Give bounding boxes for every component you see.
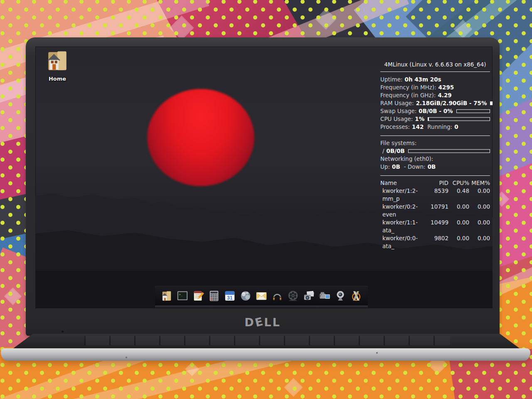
desktop-icon-label: Home: [43, 76, 72, 82]
laptop-front-edge: [1, 348, 530, 361]
keyboard-deck: [12, 334, 521, 350]
dock-text-editor-icon[interactable]: [192, 290, 204, 302]
background-collage: Home 4MLinux (Linux v. 6.6.63 on x86_64)…: [0, 0, 532, 399]
separator: [380, 135, 490, 136]
dock: >_ 31: [155, 286, 368, 305]
svg-text:>_: >_: [179, 293, 183, 296]
separator: [380, 175, 490, 176]
bottom-bezel: DELL: [26, 308, 500, 336]
dock-email-icon[interactable]: [255, 290, 268, 302]
networking-header: Networking (eth0):: [380, 155, 490, 163]
dock-webcam-icon[interactable]: [334, 290, 347, 302]
dock-x11-icon[interactable]: [350, 290, 362, 302]
dock-home-folder-icon[interactable]: [160, 290, 173, 302]
stat-root-fs: / 0B/0B: [380, 147, 490, 155]
dock-audio-player-icon[interactable]: [271, 290, 283, 302]
home-folder-icon: [45, 49, 69, 73]
stat-swap: Swap Usage: 0B/0B - 0%: [380, 107, 490, 115]
system-monitor: 4MLinux (Linux v. 6.6.63 on x86_64) Upti…: [380, 61, 490, 250]
stat-cpu: CPU Usage: 1%: [380, 115, 490, 123]
dock-calculator-icon[interactable]: [208, 290, 220, 302]
stat-processes: Processes: 142 Running: 0: [380, 123, 490, 131]
desktop-icon-home[interactable]: Home: [43, 49, 72, 82]
dock-terminal-icon[interactable]: >_: [176, 290, 189, 302]
stat-frequency-ghz: Frequency (in GHz): 4.29: [380, 91, 490, 99]
dock-camcorder-icon[interactable]: [318, 290, 331, 302]
root-fs-bar: [408, 149, 490, 153]
process-row: kworker/1:1-ata_ 10499 0.00 0.00: [380, 219, 490, 234]
process-table-header: Name PID CPU% MEM%: [380, 179, 490, 187]
system-monitor-title: 4MLinux (Linux v. 6.6.63 on x86_64): [380, 61, 490, 72]
dock-video-player-icon[interactable]: [287, 290, 299, 302]
stat-ram: RAM Usage: 2.18GiB/2.90GiB - 75%: [380, 99, 490, 107]
chassis-dot: [126, 357, 127, 358]
process-row: kworker/0:0-ata_ 9802 0.00 0.00: [380, 234, 490, 250]
laptop: Home 4MLinux (Linux v. 6.6.63 on x86_64)…: [0, 0, 532, 399]
process-row: kworker/0:2-even 10791 0.00 0.00: [380, 203, 490, 219]
svg-text:31: 31: [227, 295, 233, 301]
webcam-indicator-dot: [62, 330, 64, 332]
keyboard-keys: [84, 336, 450, 345]
dock-calendar-icon[interactable]: 31: [224, 290, 236, 302]
dock-camera-icon[interactable]: [303, 290, 315, 302]
dell-logo: DELL: [244, 316, 281, 329]
swap-usage-bar: [456, 109, 490, 113]
stat-frequency-mhz: Frequency (in MHz): 4295: [380, 84, 490, 91]
filesystems-header: File systems:: [380, 139, 490, 147]
process-row: kworker/1:2-mm_p 8539 0.48 0.00: [380, 187, 490, 203]
dock-web-browser-icon[interactable]: [239, 290, 252, 302]
cpu-usage-bar: [428, 117, 490, 121]
chassis-dot: [376, 352, 378, 354]
laptop-lid: Home 4MLinux (Linux v. 6.6.63 on x86_64)…: [26, 37, 500, 336]
ram-usage-bar: [490, 101, 493, 105]
laptop-screen: Home 4MLinux (Linux v. 6.6.63 on x86_64)…: [35, 47, 493, 308]
stat-uptime: Uptime: 0h 43m 20s: [380, 76, 490, 84]
red-sun-wallpaper: [147, 89, 254, 186]
stat-network: Up: 0B - Down: 0B: [380, 163, 490, 171]
